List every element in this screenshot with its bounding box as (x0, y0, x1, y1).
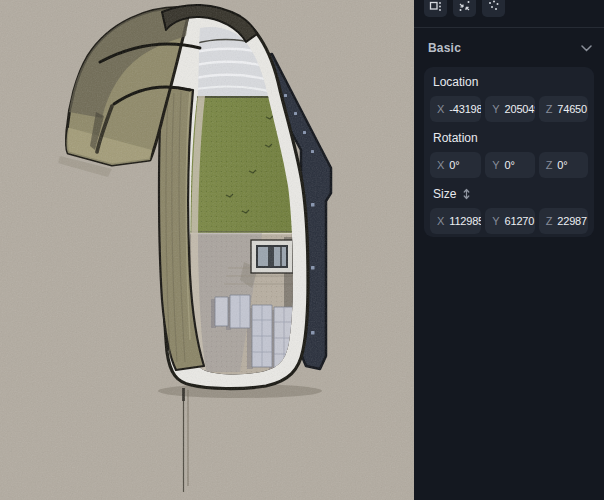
size-x-field[interactable]: X 112985 (430, 208, 481, 234)
viewport[interactable] (0, 0, 414, 500)
size-uniform-scale-icon[interactable] (462, 188, 471, 200)
size-y-field[interactable]: Y 61270 (485, 208, 534, 234)
location-z-value: 74650 (557, 103, 587, 115)
scale-snap-button[interactable] (453, 0, 476, 17)
transform-card: Location X -431985 Y 205049 Z 74650 Rota… (424, 67, 594, 237)
location-row: X -431985 Y 205049 Z 74650 (430, 96, 588, 122)
rotation-x-value: 0° (449, 159, 459, 171)
size-label-text: Size (433, 187, 456, 201)
particles-icon (487, 0, 500, 12)
location-z-field[interactable]: Z 74650 (539, 96, 588, 122)
bounding-box-button[interactable] (424, 0, 447, 17)
panel-divider (414, 27, 604, 28)
viewport-canvas[interactable] (0, 0, 414, 500)
section-header-basic[interactable]: Basic (414, 38, 604, 58)
axis-label: Z (546, 103, 553, 115)
axis-label: Y (492, 159, 499, 171)
axis-label: Z (546, 159, 553, 171)
axis-label: X (437, 215, 444, 227)
rotation-label-text: Rotation (433, 131, 478, 145)
grain-overlay (0, 0, 414, 500)
size-label: Size (433, 187, 588, 201)
axis-label: Z (546, 215, 553, 227)
location-label: Location (433, 75, 588, 89)
axis-label: Y (492, 215, 499, 227)
properties-panel: Basic Location X -431985 Y 205049 Z (414, 0, 604, 500)
axis-label: X (437, 159, 444, 171)
size-x-value: 112985 (449, 215, 481, 227)
viewport-toolbar (424, 0, 505, 17)
axis-label: Y (492, 103, 499, 115)
rotation-label: Rotation (433, 131, 588, 145)
location-x-value: -431985 (449, 103, 481, 115)
location-y-field[interactable]: Y 205049 (485, 96, 534, 122)
rotation-x-field[interactable]: X 0° (430, 152, 481, 178)
axis-label: X (437, 103, 444, 115)
size-z-field[interactable]: Z 22987 (539, 208, 588, 234)
size-z-value: 22987 (557, 215, 587, 227)
rotation-z-field[interactable]: Z 0° (539, 152, 588, 178)
size-y-value: 61270 (505, 215, 535, 227)
chevron-down-icon (581, 45, 592, 52)
scale-snap-icon (458, 0, 471, 12)
rotation-y-field[interactable]: Y 0° (485, 152, 534, 178)
app-window: Basic Location X -431985 Y 205049 Z (0, 0, 604, 500)
rotation-y-value: 0° (505, 159, 515, 171)
location-y-value: 205049 (505, 103, 535, 115)
size-row: X 112985 Y 61270 Z 22987 (430, 208, 588, 234)
rotation-z-value: 0° (557, 159, 567, 171)
location-x-field[interactable]: X -431985 (430, 96, 481, 122)
rotation-row: X 0° Y 0° Z 0° (430, 152, 588, 178)
bounding-box-icon (429, 0, 442, 12)
particles-button[interactable] (482, 0, 505, 17)
location-label-text: Location (433, 75, 478, 89)
section-title: Basic (428, 41, 461, 55)
